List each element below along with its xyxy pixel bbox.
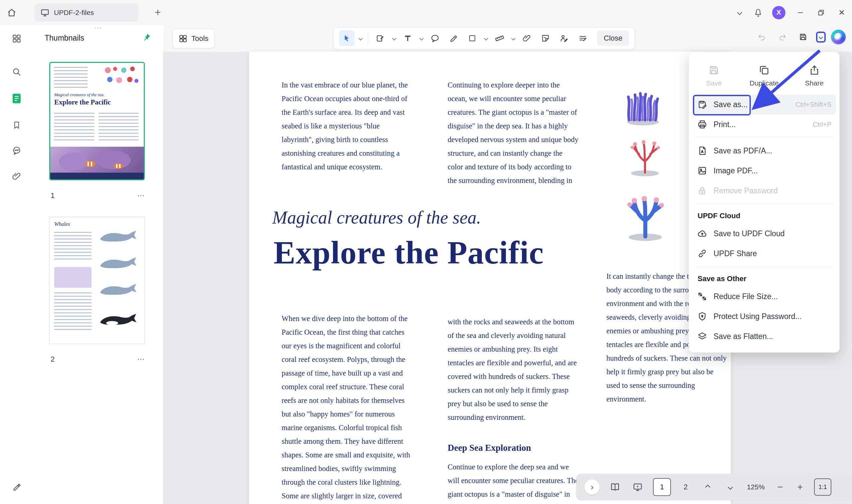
close-label: Close bbox=[604, 34, 622, 42]
home-button[interactable] bbox=[0, 3, 23, 22]
chevron-down-icon bbox=[484, 36, 488, 41]
new-tab-button[interactable]: + bbox=[150, 5, 165, 20]
document-tab[interactable]: UPDF-2-files bbox=[35, 4, 139, 22]
menu-section-header: UPDF Cloud bbox=[689, 207, 839, 223]
menu-item-label: UPDF Share bbox=[713, 249, 757, 258]
menu-item-updf-share[interactable]: UPDF Share bbox=[689, 244, 839, 264]
sticker-tool-button[interactable] bbox=[538, 31, 553, 46]
page-number-next[interactable]: 2 bbox=[679, 483, 692, 491]
pages-icon bbox=[11, 93, 22, 104]
save-icon bbox=[799, 33, 807, 41]
compress-icon bbox=[697, 291, 708, 301]
restore-button[interactable] bbox=[811, 3, 831, 22]
shield-lock-icon bbox=[697, 311, 708, 321]
redo-icon bbox=[778, 33, 787, 41]
reader-mode-button[interactable] bbox=[608, 480, 622, 494]
zoom-out-button[interactable]: − bbox=[774, 482, 786, 492]
menu-item-print[interactable]: Print... Ctrl+P bbox=[689, 114, 839, 134]
menu-item-label: Reduce File Size... bbox=[713, 292, 778, 301]
expand-statusbar-button[interactable]: › bbox=[584, 480, 600, 495]
menu-item-shortcut: Ctrl+P bbox=[813, 121, 831, 128]
apps-grid-button[interactable] bbox=[8, 30, 25, 47]
avatar[interactable]: X bbox=[772, 6, 785, 19]
actual-size-button[interactable]: 1:1 bbox=[814, 479, 831, 496]
thumb2-col1-lines bbox=[54, 232, 91, 262]
select-tool-dropdown[interactable] bbox=[358, 37, 363, 40]
text-tool-dropdown[interactable] bbox=[419, 37, 424, 40]
pin-icon[interactable] bbox=[142, 33, 151, 41]
ink-signature-button[interactable] bbox=[8, 478, 25, 495]
menu-save-action[interactable]: Save bbox=[689, 57, 739, 94]
next-page-button[interactable] bbox=[723, 480, 738, 494]
red-coral-image bbox=[616, 136, 674, 177]
menu-top-actions: Save Duplicate Share bbox=[689, 57, 839, 94]
slideshow-mode-button[interactable] bbox=[631, 480, 645, 494]
redact-tool-button[interactable] bbox=[575, 31, 590, 46]
bookmark-icon bbox=[12, 121, 21, 129]
thumbnails-panel-button[interactable] bbox=[8, 90, 25, 107]
close-editing-button[interactable]: Close bbox=[597, 31, 629, 46]
save-dropdown-button[interactable] bbox=[816, 32, 826, 42]
previous-page-button[interactable] bbox=[700, 480, 715, 494]
menu-item-label: Image PDF... bbox=[713, 166, 758, 175]
highlighter-tool-button[interactable] bbox=[446, 31, 461, 46]
updf-ai-logo[interactable] bbox=[831, 30, 846, 44]
comments-button[interactable] bbox=[8, 142, 25, 159]
page-number-current[interactable]: 1 bbox=[653, 478, 671, 496]
edit-icon bbox=[376, 34, 385, 42]
shapes-tool-button[interactable] bbox=[465, 31, 480, 46]
notifications-button[interactable] bbox=[749, 3, 767, 22]
measure-tool-button[interactable] bbox=[492, 31, 507, 46]
tools-button[interactable]: Tools bbox=[172, 29, 215, 48]
thumbnail-page-2[interactable]: Whales bbox=[49, 217, 145, 344]
panel-title: Thumbnails bbox=[45, 34, 84, 42]
measure-tool-dropdown[interactable] bbox=[511, 37, 516, 40]
attach-tool-button[interactable] bbox=[519, 31, 534, 46]
menu-item-image-pdf[interactable]: Image PDF... bbox=[689, 161, 839, 181]
thumbnail-page-1[interactable]: Magical creatures of the sea. Explore th… bbox=[49, 62, 145, 180]
right-toolbar bbox=[754, 29, 846, 44]
comment-tool-button[interactable] bbox=[427, 31, 443, 46]
menu-item-remove-password[interactable]: Remove Password bbox=[689, 181, 839, 201]
menu-item-save-as-flatten[interactable]: Save as Flatten... bbox=[689, 326, 839, 346]
thumb1-text-lines bbox=[54, 67, 88, 88]
panel-drag-handle[interactable]: ⋯ bbox=[33, 24, 163, 32]
menu-duplicate-action[interactable]: Duplicate bbox=[739, 57, 789, 94]
thumb1-photo bbox=[50, 147, 144, 179]
redo-button[interactable] bbox=[775, 29, 790, 44]
undo-button[interactable] bbox=[754, 29, 769, 44]
page-2-menu-button[interactable]: ⋯ bbox=[137, 355, 145, 364]
menu-item-protect-using-password[interactable]: Protect Using Password... bbox=[689, 306, 839, 326]
attachments-button[interactable] bbox=[8, 168, 25, 185]
select-tool-button[interactable] bbox=[339, 31, 354, 46]
doc-col2-para3: Continue to explore the deep sea and we … bbox=[448, 460, 579, 501]
menu-item-save-as[interactable]: Save as... Ctrl+Shift+S bbox=[692, 94, 836, 114]
save-button[interactable] bbox=[795, 29, 811, 44]
text-tool-button[interactable] bbox=[400, 31, 415, 46]
close-window-button[interactable]: ✕ bbox=[831, 3, 852, 22]
menu-item-save-as-pdfa[interactable]: Save as PDF/A... bbox=[689, 141, 839, 161]
page-1-menu-button[interactable]: ⋯ bbox=[137, 191, 145, 200]
search-button[interactable] bbox=[8, 64, 25, 80]
pdf-page[interactable]: In the vast embrace of our blue planet, … bbox=[249, 52, 731, 504]
collapse-toolbar-button[interactable] bbox=[730, 3, 749, 22]
editing-toolbar: Close bbox=[334, 27, 635, 49]
thumb1-photo-strip bbox=[50, 173, 144, 179]
thumbnails-panel: ⋯ Thumbnails Magical creatures of the se… bbox=[33, 25, 163, 504]
bookmarks-button[interactable] bbox=[8, 117, 25, 133]
menu-item-reduce-file-size[interactable]: Reduce File Size... bbox=[689, 286, 839, 306]
zoom-in-button[interactable]: + bbox=[794, 482, 806, 492]
edit-tool-dropdown[interactable] bbox=[391, 37, 397, 40]
paperclip-icon bbox=[12, 172, 21, 181]
edit-tool-button[interactable] bbox=[373, 31, 388, 46]
zoom-level[interactable]: 125% bbox=[745, 483, 766, 491]
doc-script-heading: Magical creatures of the sea. bbox=[272, 207, 481, 228]
signature-tool-button[interactable] bbox=[556, 31, 572, 46]
undo-icon bbox=[758, 33, 766, 41]
menu-share-action[interactable]: Share bbox=[789, 57, 839, 94]
minimize-button[interactable] bbox=[790, 3, 811, 22]
square-icon bbox=[468, 34, 476, 42]
shapes-tool-dropdown[interactable] bbox=[483, 37, 489, 40]
title-bar: UPDF-2-files + X ✕ bbox=[0, 0, 852, 25]
menu-item-save-to-updf-cloud[interactable]: Save to UPDF Cloud bbox=[689, 223, 839, 244]
